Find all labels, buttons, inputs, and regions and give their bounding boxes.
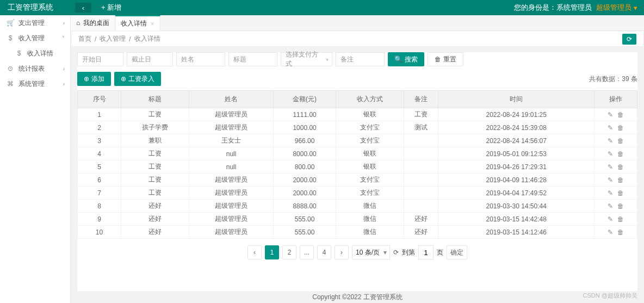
edit-icon[interactable]: ✎: [608, 137, 613, 145]
table-cell: [404, 174, 438, 187]
table-header: 序号: [78, 91, 121, 108]
table-cell: 3: [78, 134, 121, 147]
table-row: 5工资null800.00银联2019-04-26 17:29:31✎🗑: [78, 160, 637, 174]
reset-button[interactable]: 🗑 重置: [428, 52, 463, 66]
edit-icon[interactable]: ✎: [608, 176, 613, 184]
page-next[interactable]: ›: [335, 245, 349, 259]
table-cell: 1000.00: [274, 121, 336, 134]
edit-icon[interactable]: ✎: [608, 215, 613, 223]
close-icon[interactable]: ×: [150, 20, 154, 28]
role-dropdown[interactable]: 超级管理员 ▾: [596, 3, 637, 13]
start-date-input[interactable]: [77, 52, 123, 66]
breadcrumb-item[interactable]: 首页: [78, 34, 91, 44]
name-input[interactable]: [176, 52, 225, 66]
page-1[interactable]: 1: [265, 245, 279, 259]
table-cell: 555.00: [274, 213, 336, 226]
table-cell: [404, 187, 438, 200]
page-prev[interactable]: ‹: [247, 245, 262, 259]
sidebar-item-income[interactable]: $ 收入管理 ˅: [0, 30, 70, 46]
pagination: ‹ 1 2 ... 4 › 10 条/页 ⟳ 到第 页 确定: [77, 239, 637, 266]
table-row: 4工资null8000.00银联2019-05-01 09:12:53✎🗑: [78, 147, 637, 160]
edit-icon[interactable]: ✎: [608, 163, 613, 171]
table-cell: 2019-03-30 14:50:44: [438, 200, 594, 213]
per-page-select[interactable]: 10 条/页: [352, 245, 390, 259]
tab-income-detail[interactable]: 收入详情 ×: [115, 15, 160, 30]
page-2[interactable]: 2: [282, 245, 296, 259]
watermark: CSDN @超级帅帅吴: [583, 292, 637, 300]
delete-icon[interactable]: 🗑: [617, 163, 624, 171]
table-cell: 8000.00: [274, 147, 336, 160]
salary-input-button[interactable]: ⊕ 工资录入: [114, 72, 161, 86]
table-header: 收入方式: [336, 91, 404, 108]
chevron-right-icon: ›: [63, 66, 65, 72]
sidebar-item-label: 收入管理: [18, 34, 45, 43]
table-cell: [404, 160, 438, 174]
remark-input[interactable]: [336, 52, 385, 66]
table-header: 标题: [121, 91, 189, 108]
table-cell: 支付宝: [336, 134, 404, 147]
delete-icon[interactable]: 🗑: [617, 189, 624, 197]
delete-icon[interactable]: 🗑: [617, 202, 624, 210]
role-label: 超级管理员: [596, 3, 631, 13]
end-date-input[interactable]: [127, 52, 173, 66]
table-cell: 2022-08-24 15:39:08: [438, 121, 594, 134]
sidebar-item-income-detail[interactable]: $ 收入详情: [0, 46, 70, 61]
sidebar-item-expense[interactable]: 🛒 支出管理 ›: [0, 15, 70, 30]
delete-icon[interactable]: 🗑: [617, 137, 624, 145]
sidebar-collapse-button[interactable]: ‹: [75, 3, 91, 13]
page-4[interactable]: 4: [317, 245, 331, 259]
tabs-bar: ⌂ 我的桌面 收入详情 ×: [71, 15, 644, 30]
table-cell: 银联: [336, 147, 404, 160]
edit-icon[interactable]: ✎: [608, 124, 613, 132]
table-cell: [404, 200, 438, 213]
delete-icon[interactable]: 🗑: [617, 111, 624, 119]
table-cell: 超级管理员: [189, 187, 273, 200]
sidebar-item-label: 支出管理: [18, 18, 45, 28]
table-cell: 支付宝: [336, 187, 404, 200]
tab-desktop[interactable]: ⌂ 我的桌面: [71, 15, 115, 30]
table-cell: 5: [78, 160, 121, 174]
table-cell: 银联: [336, 160, 404, 174]
table-cell: 孩子学费: [121, 121, 189, 134]
table-cell: 超级管理员: [189, 200, 273, 213]
delete-icon[interactable]: 🗑: [617, 215, 624, 223]
goto-input[interactable]: [418, 245, 434, 259]
delete-icon[interactable]: 🗑: [617, 228, 624, 236]
search-button[interactable]: 🔍 搜索: [388, 52, 424, 66]
edit-icon[interactable]: ✎: [608, 150, 613, 158]
edit-icon[interactable]: ✎: [608, 228, 613, 236]
table-cell: 6: [78, 174, 121, 187]
delete-icon[interactable]: 🗑: [617, 150, 624, 158]
table-cell: 兼职: [121, 134, 189, 147]
delete-icon[interactable]: 🗑: [617, 124, 624, 132]
plus-icon: ⊕: [84, 75, 89, 83]
table-cell: 超级管理员: [189, 108, 273, 121]
table-cell: 微信: [336, 200, 404, 213]
refresh-icon[interactable]: ⟳: [393, 249, 399, 256]
home-icon: ⌂: [76, 19, 80, 27]
table-row: 2孩子学费超级管理员1000.00支付宝测试2022-08-24 15:39:0…: [78, 121, 637, 134]
sidebar-item-system[interactable]: ⌘ 系统管理 ›: [0, 76, 70, 91]
edit-icon[interactable]: ✎: [608, 189, 613, 197]
breadcrumb-item[interactable]: 收入管理: [100, 34, 126, 44]
sidebar-item-report[interactable]: ⊙ 统计报表 ›: [0, 61, 70, 76]
refresh-icon: ⟳: [627, 35, 632, 43]
title-input[interactable]: [228, 52, 277, 66]
edit-icon[interactable]: ✎: [608, 202, 613, 210]
salary-label: 工资录入: [128, 75, 154, 84]
pay-method-select[interactable]: 选择支付方式: [281, 52, 332, 66]
edit-icon[interactable]: ✎: [608, 111, 613, 119]
sidebar-item-label: 系统管理: [18, 79, 45, 89]
table-cell: 测试: [404, 121, 438, 134]
table-cell: 2000.00: [274, 187, 336, 200]
goto-confirm[interactable]: 确定: [447, 245, 467, 259]
refresh-button[interactable]: ⟳: [622, 34, 636, 45]
chevron-down-icon: ˅: [62, 35, 65, 41]
add-button[interactable]: ⊕ 添加: [77, 72, 111, 86]
plus-icon: ⊕: [121, 75, 126, 83]
add-new-button[interactable]: + 新增: [101, 3, 121, 13]
table-cell: 还好: [121, 200, 189, 213]
table-header: 备注: [404, 91, 438, 108]
footer: Copyright ©2022 工资管理系统: [71, 291, 644, 303]
delete-icon[interactable]: 🗑: [617, 176, 624, 184]
